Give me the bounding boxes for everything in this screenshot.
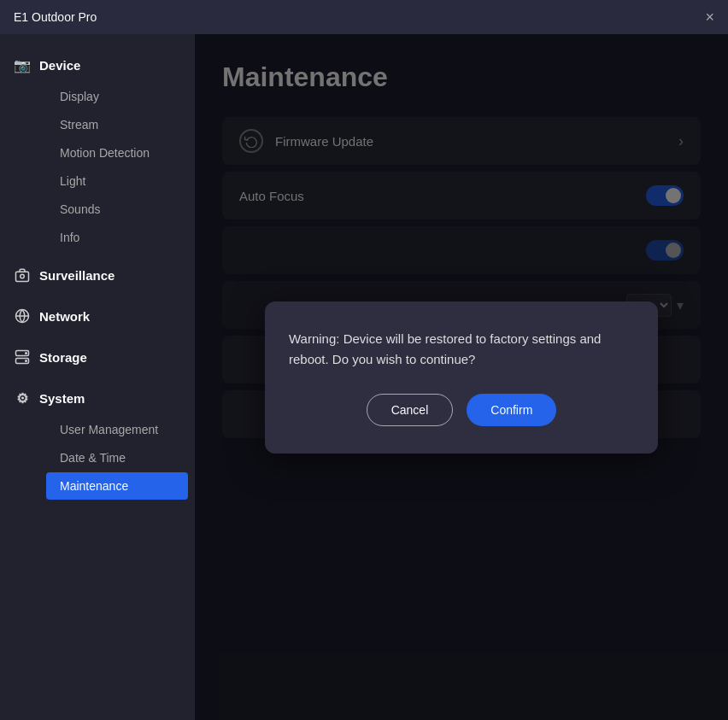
main-layout: 📷 Device Display Stream Motion Detection… (0, 34, 728, 720)
sidebar-item-surveillance[interactable]: Surveillance (0, 258, 195, 292)
storage-icon (14, 348, 31, 366)
sidebar-item-info[interactable]: Info (46, 224, 188, 251)
cancel-button[interactable]: Cancel (367, 394, 454, 426)
sidebar-item-network[interactable]: Network (0, 299, 195, 333)
sidebar-item-user-management[interactable]: User Management (46, 416, 188, 443)
confirm-dialog: Warning: Device will be restored to fact… (265, 301, 658, 454)
sidebar-item-device[interactable]: 📷 Device (0, 48, 195, 82)
sidebar-item-date-time[interactable]: Date & Time (46, 444, 188, 471)
system-sub-items: User Management Date & Time Maintenance (0, 416, 195, 500)
app-title: E1 Outdoor Pro (14, 10, 97, 24)
title-bar: E1 Outdoor Pro × (0, 0, 728, 34)
sidebar-item-sounds[interactable]: Sounds (46, 196, 188, 223)
close-button[interactable]: × (705, 9, 714, 25)
camera-icon: 📷 (14, 56, 31, 73)
surveillance-icon (14, 266, 31, 284)
svg-point-1 (21, 274, 25, 278)
sidebar-item-light[interactable]: Light (46, 167, 188, 195)
sidebar-item-system[interactable]: ⚙ System (0, 381, 195, 415)
sidebar-section-label-system: System (39, 391, 85, 406)
svg-point-6 (26, 360, 27, 362)
sidebar-section-label-device: Device (39, 58, 80, 73)
network-icon (14, 307, 31, 325)
svg-rect-0 (16, 272, 29, 281)
svg-point-5 (26, 353, 27, 354)
sidebar-section-storage: Storage (0, 340, 195, 374)
modal-overlay: Warning: Device will be restored to fact… (195, 34, 728, 720)
sidebar-section-surveillance: Surveillance (0, 258, 195, 292)
device-sub-items: Display Stream Motion Detection Light So… (0, 83, 195, 251)
dialog-actions: Cancel Confirm (289, 394, 634, 426)
sidebar-item-motion-detection[interactable]: Motion Detection (46, 139, 188, 167)
sidebar-item-storage[interactable]: Storage (0, 340, 195, 374)
sidebar-section-network: Network (0, 299, 195, 333)
sidebar-section-label-surveillance: Surveillance (39, 268, 114, 283)
sidebar-section-label-network: Network (39, 309, 90, 324)
sidebar-section-label-storage: Storage (39, 350, 87, 365)
system-icon: ⚙ (14, 389, 31, 407)
sidebar-item-stream[interactable]: Stream (46, 111, 188, 138)
sidebar-item-display[interactable]: Display (46, 83, 188, 110)
dialog-message: Warning: Device will be restored to fact… (289, 329, 634, 370)
sidebar-section-device: 📷 Device Display Stream Motion Detection… (0, 48, 195, 251)
sidebar-section-system: ⚙ System User Management Date & Time Mai… (0, 381, 195, 500)
sidebar: 📷 Device Display Stream Motion Detection… (0, 34, 195, 720)
sidebar-item-maintenance[interactable]: Maintenance (46, 472, 188, 500)
confirm-button[interactable]: Confirm (467, 394, 556, 426)
content-area: Maintenance Firmware Update › Auto Focus (195, 34, 728, 720)
